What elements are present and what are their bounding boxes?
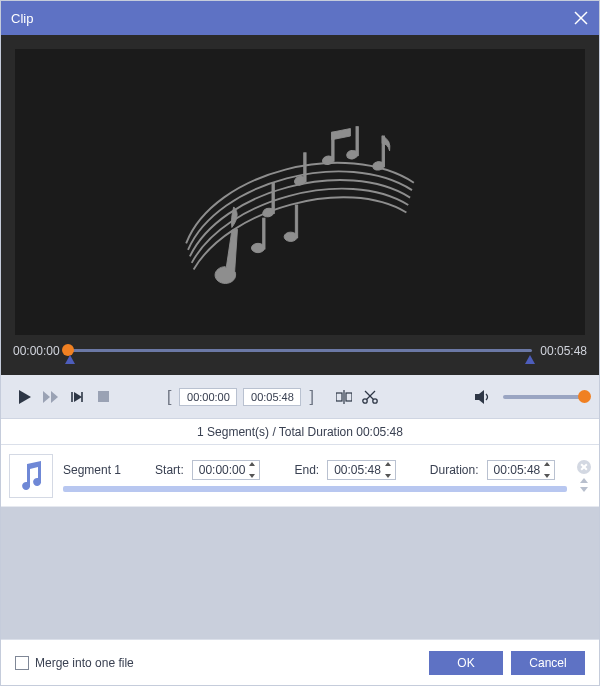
stop-button[interactable] [93, 387, 113, 407]
svg-rect-22 [346, 393, 352, 401]
svg-marker-16 [19, 390, 31, 404]
music-artwork-icon [160, 77, 440, 307]
range-end-field[interactable]: 00:05:48 [243, 388, 301, 406]
start-time-field[interactable]: 00:00:00 [192, 460, 261, 480]
split-button[interactable] [334, 387, 354, 407]
start-label: Start: [155, 463, 184, 477]
volume-slider[interactable] [503, 395, 585, 399]
preview-area: 00:00:00 00:05:48 [1, 35, 599, 375]
remove-segment-button[interactable] [577, 460, 591, 474]
segment-range-bar[interactable] [63, 486, 567, 492]
duration-label: Duration: [430, 463, 479, 477]
close-icon[interactable] [573, 10, 589, 26]
svg-marker-28 [475, 390, 484, 404]
marker-start[interactable] [65, 355, 75, 364]
segment-thumbnail [9, 454, 53, 498]
timeline-track[interactable] [68, 339, 533, 367]
marker-end[interactable] [525, 355, 535, 364]
ok-button[interactable]: OK [429, 651, 503, 675]
range-start-field[interactable]: 00:00:00 [179, 388, 237, 406]
timeline-current: 00:00:00 [13, 339, 60, 358]
summary-bar: 1 Segment(s) / Total Duration 00:05:48 [1, 419, 599, 445]
svg-marker-17 [43, 391, 50, 403]
svg-line-26 [366, 391, 375, 400]
svg-rect-3 [272, 183, 274, 214]
merge-checkbox[interactable]: Merge into one file [15, 656, 134, 670]
svg-rect-13 [295, 205, 297, 238]
segment-name: Segment 1 [63, 463, 121, 477]
bracket-open-icon[interactable]: [ [165, 388, 173, 406]
svg-rect-5 [304, 153, 306, 182]
move-up-button[interactable] [580, 478, 588, 483]
cancel-button[interactable]: Cancel [511, 651, 585, 675]
next-frame-button[interactable] [67, 387, 87, 407]
duration-field[interactable]: 00:05:48 [487, 460, 556, 480]
bracket-close-icon[interactable]: ] [307, 388, 315, 406]
timeline: 00:00:00 00:05:48 [13, 339, 587, 369]
svg-line-27 [365, 391, 374, 400]
svg-marker-18 [51, 391, 58, 403]
window-title: Clip [11, 11, 33, 26]
svg-rect-15 [263, 218, 265, 249]
playback-controls: [ 00:00:00 00:05:48 ] [1, 375, 599, 419]
volume-knob[interactable] [578, 390, 591, 403]
svg-rect-21 [336, 393, 342, 401]
timeline-total: 00:05:48 [540, 339, 587, 358]
move-down-button[interactable] [580, 487, 588, 492]
cut-button[interactable] [360, 387, 380, 407]
merge-label: Merge into one file [35, 656, 134, 670]
svg-rect-9 [356, 127, 358, 156]
summary-text: 1 Segment(s) / Total Duration 00:05:48 [197, 425, 403, 439]
titlebar: Clip [1, 1, 599, 35]
volume-icon[interactable] [473, 387, 493, 407]
clip-dialog: Clip [0, 0, 600, 686]
preview-canvas [15, 49, 585, 335]
empty-panel [1, 507, 599, 639]
segment-row[interactable]: Segment 1 Start: 00:00:00 End: 00:05:48 … [1, 445, 599, 507]
svg-marker-19 [74, 392, 82, 402]
play-button[interactable] [15, 387, 35, 407]
end-label: End: [294, 463, 319, 477]
fast-forward-button[interactable] [41, 387, 61, 407]
end-time-field[interactable]: 00:05:48 [327, 460, 396, 480]
footer: Merge into one file OK Cancel [1, 639, 599, 685]
svg-rect-20 [98, 391, 109, 402]
music-note-icon [17, 461, 45, 491]
